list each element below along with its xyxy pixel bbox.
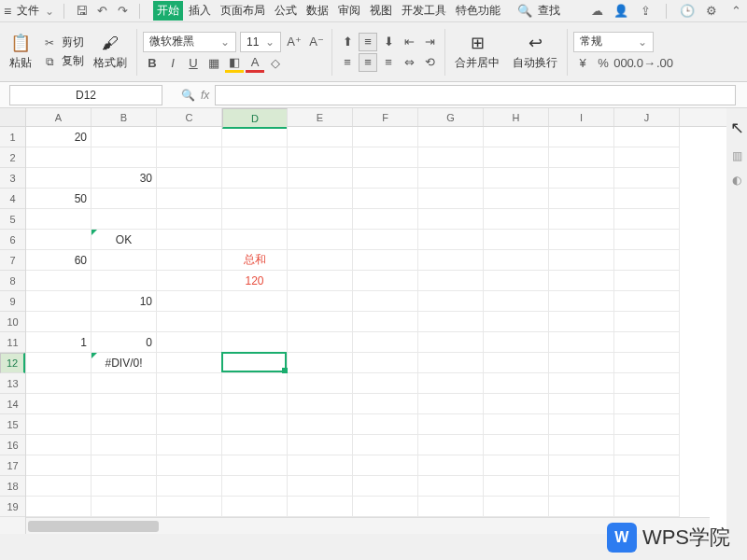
cell[interactable] xyxy=(484,455,549,476)
tab-features[interactable]: 特色功能 xyxy=(452,1,504,21)
cell[interactable] xyxy=(418,332,484,353)
share-icon[interactable]: ⇪ xyxy=(638,4,653,19)
cell[interactable] xyxy=(26,312,92,332)
cell[interactable] xyxy=(614,189,680,209)
cell[interactable] xyxy=(549,435,614,455)
cell[interactable] xyxy=(549,476,614,497)
cell[interactable] xyxy=(157,189,222,209)
cell[interactable] xyxy=(549,497,614,517)
cell[interactable] xyxy=(222,230,288,250)
paste-button[interactable]: 📋 粘贴 xyxy=(6,31,35,73)
decimal-dec-icon[interactable]: .00 xyxy=(655,54,674,73)
cell[interactable] xyxy=(288,230,353,250)
cell[interactable] xyxy=(353,353,418,373)
cell[interactable] xyxy=(484,414,549,435)
cell[interactable] xyxy=(353,230,418,250)
indent-decrease-icon[interactable]: ⇤ xyxy=(400,33,418,51)
cell[interactable] xyxy=(484,250,549,271)
side-icon-1[interactable]: ▥ xyxy=(732,149,742,162)
cell[interactable] xyxy=(418,189,484,209)
percent-icon[interactable]: % xyxy=(594,54,613,73)
cell[interactable] xyxy=(549,230,614,250)
cell[interactable] xyxy=(222,455,288,476)
cell[interactable] xyxy=(614,209,680,230)
collapse-icon[interactable]: ⌃ xyxy=(728,4,743,19)
align-middle-icon[interactable]: ≡ xyxy=(359,33,377,51)
column-header[interactable]: D xyxy=(222,108,288,129)
cell[interactable] xyxy=(614,435,680,455)
cell[interactable] xyxy=(157,497,222,517)
cell[interactable] xyxy=(484,332,549,353)
increase-font-icon[interactable]: A⁺ xyxy=(285,33,303,51)
number-format-select[interactable]: 常规⌄ xyxy=(573,32,654,52)
cell[interactable] xyxy=(26,373,92,394)
cell[interactable] xyxy=(92,312,157,332)
row-header[interactable]: 11 xyxy=(0,332,25,353)
cell[interactable] xyxy=(288,353,353,373)
align-top-icon[interactable]: ⬆ xyxy=(338,33,357,51)
cancel-formula-icon[interactable]: 🔍 xyxy=(181,89,195,102)
cell[interactable] xyxy=(614,353,680,373)
user-icon[interactable]: 👤 xyxy=(613,4,628,19)
cell[interactable] xyxy=(614,497,680,517)
column-header[interactable]: E xyxy=(288,108,353,126)
align-bottom-icon[interactable]: ⬇ xyxy=(379,33,398,51)
row-header[interactable]: 1 xyxy=(0,127,25,147)
cell[interactable] xyxy=(614,476,680,497)
cell[interactable] xyxy=(614,147,680,168)
cell[interactable]: 60 xyxy=(26,250,92,271)
cell[interactable] xyxy=(353,373,418,394)
currency-icon[interactable]: ¥ xyxy=(573,54,592,73)
clear-format-button[interactable]: ◇ xyxy=(266,54,285,73)
column-header[interactable]: C xyxy=(157,108,222,126)
cell[interactable] xyxy=(92,127,157,147)
cell[interactable] xyxy=(418,373,484,394)
cell[interactable] xyxy=(92,373,157,394)
cell[interactable] xyxy=(418,476,484,497)
cell[interactable] xyxy=(26,271,92,291)
cell[interactable] xyxy=(92,435,157,455)
cell[interactable] xyxy=(92,250,157,271)
cell[interactable] xyxy=(418,147,484,168)
row-header[interactable]: 15 xyxy=(0,414,25,435)
cell[interactable] xyxy=(484,147,549,168)
row-header[interactable]: 5 xyxy=(0,209,25,230)
cell[interactable] xyxy=(614,250,680,271)
cell[interactable] xyxy=(92,455,157,476)
format-painter-button[interactable]: 🖌 格式刷 xyxy=(90,31,131,73)
cell[interactable] xyxy=(353,476,418,497)
cell[interactable] xyxy=(484,189,549,209)
cell[interactable] xyxy=(614,373,680,394)
column-header[interactable]: G xyxy=(418,108,484,126)
cell[interactable] xyxy=(484,312,549,332)
column-header[interactable]: A xyxy=(26,108,92,126)
fontsize-select[interactable]: 11⌄ xyxy=(240,32,281,52)
file-menu[interactable]: 文件 xyxy=(17,3,39,19)
cell[interactable] xyxy=(353,209,418,230)
cell[interactable] xyxy=(222,209,288,230)
indent-increase-icon[interactable]: ⇥ xyxy=(420,33,439,51)
cell[interactable] xyxy=(26,435,92,455)
cell[interactable] xyxy=(614,271,680,291)
cell[interactable] xyxy=(418,291,484,312)
cell[interactable] xyxy=(549,250,614,271)
underline-button[interactable]: U xyxy=(184,54,203,73)
fill-color-button[interactable]: ◧ xyxy=(225,54,244,73)
cell[interactable]: 总和 xyxy=(222,250,288,271)
cell[interactable] xyxy=(614,230,680,250)
cell[interactable]: 20 xyxy=(26,127,92,147)
side-icon-2[interactable]: ◐ xyxy=(732,174,741,187)
row-header[interactable]: 19 xyxy=(0,497,25,517)
cell[interactable] xyxy=(222,168,288,189)
cell[interactable] xyxy=(418,455,484,476)
cell[interactable] xyxy=(288,147,353,168)
cell[interactable] xyxy=(157,435,222,455)
cell[interactable]: 10 xyxy=(92,291,157,312)
cell[interactable] xyxy=(222,373,288,394)
cell[interactable] xyxy=(157,168,222,189)
orientation-icon[interactable]: ⟲ xyxy=(420,53,439,72)
save-icon[interactable]: 🖫 xyxy=(74,4,89,19)
align-right-icon[interactable]: ≡ xyxy=(379,53,398,72)
cell[interactable] xyxy=(288,476,353,497)
cell[interactable] xyxy=(288,394,353,414)
